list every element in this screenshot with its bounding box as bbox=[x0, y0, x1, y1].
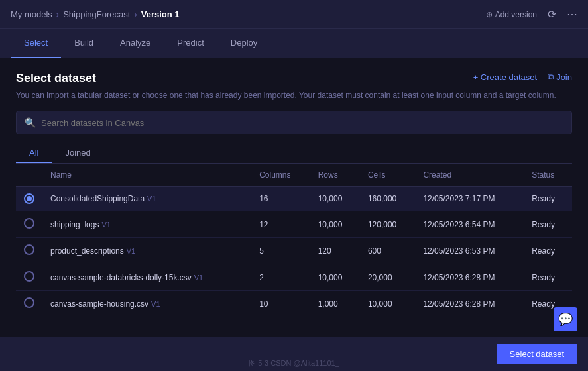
table-row[interactable]: ConsolidatedShippingDataV1 16 10,000 160… bbox=[16, 187, 572, 211]
join-button[interactable]: ⧉ Join bbox=[548, 72, 572, 82]
more-options-icon[interactable]: ⋯ bbox=[567, 8, 577, 21]
radio-button[interactable] bbox=[24, 218, 34, 229]
radio-cell[interactable] bbox=[16, 187, 42, 211]
top-actions: ⊕ Add version ⟳ ⋯ bbox=[486, 8, 577, 21]
dataset-rows: 10,000 bbox=[310, 264, 360, 291]
dataset-name: shipping_logsV1 bbox=[42, 211, 251, 238]
filter-tab-joined[interactable]: Joined bbox=[52, 144, 103, 163]
col-rows: Rows bbox=[310, 164, 360, 187]
dataset-rows: 10,000 bbox=[310, 187, 360, 211]
dataset-created: 12/05/2023 6:53 PM bbox=[415, 238, 524, 264]
radio-cell[interactable] bbox=[16, 238, 42, 264]
dataset-cells: 600 bbox=[360, 238, 416, 264]
add-version-button[interactable]: ⊕ Add version bbox=[486, 10, 537, 19]
filter-tab-all[interactable]: All bbox=[16, 144, 52, 163]
select-dataset-button[interactable]: Select dataset bbox=[497, 344, 577, 364]
dataset-rows: 10,000 bbox=[310, 211, 360, 238]
breadcrumb-sep-1: › bbox=[56, 9, 59, 19]
datasets-table: Name Columns Rows Cells Created Status C… bbox=[16, 164, 572, 317]
dataset-cells: 120,000 bbox=[360, 211, 416, 238]
table-row[interactable]: product_descriptionsV1 5 120 600 12/05/2… bbox=[16, 238, 572, 264]
tab-select[interactable]: Select bbox=[11, 29, 61, 58]
datasets-table-container: Name Columns Rows Cells Created Status C… bbox=[16, 164, 572, 317]
header-actions: + Create dataset ⧉ Join bbox=[473, 72, 572, 82]
dataset-name: product_descriptionsV1 bbox=[42, 238, 251, 264]
dataset-rows: 1,000 bbox=[310, 291, 360, 317]
create-dataset-button[interactable]: + Create dataset bbox=[473, 72, 537, 82]
filter-tabs: All Joined bbox=[16, 144, 572, 164]
col-select bbox=[16, 164, 42, 187]
table-row[interactable]: canvas-sample-databricks-dolly-15k.csvV1… bbox=[16, 264, 572, 291]
dataset-columns: 12 bbox=[251, 211, 310, 238]
dataset-cells: 160,000 bbox=[360, 187, 416, 211]
breadcrumb-sep-2: › bbox=[134, 9, 137, 19]
join-icon: ⧉ bbox=[548, 72, 554, 82]
dataset-created: 12/05/2023 6:28 PM bbox=[415, 291, 524, 317]
tab-analyze[interactable]: Analyze bbox=[107, 29, 164, 58]
version-badge: V1 bbox=[151, 300, 160, 308]
search-icon: 🔍 bbox=[25, 117, 36, 128]
content-header: Select dataset + Create dataset ⧉ Join bbox=[16, 72, 572, 85]
dataset-status: Ready bbox=[524, 264, 572, 291]
version-badge: V1 bbox=[147, 195, 156, 203]
radio-cell[interactable] bbox=[16, 211, 42, 238]
col-status: Status bbox=[524, 164, 572, 187]
tab-predict[interactable]: Predict bbox=[164, 29, 217, 58]
col-cells: Cells bbox=[360, 164, 416, 187]
version-badge: V1 bbox=[127, 247, 135, 255]
dataset-status: Ready bbox=[524, 187, 572, 211]
top-bar: My models › ShippingForecast › Version 1… bbox=[0, 0, 588, 29]
tab-build[interactable]: Build bbox=[61, 29, 107, 58]
radio-button[interactable] bbox=[24, 297, 34, 308]
dataset-created: 12/05/2023 6:28 PM bbox=[415, 264, 524, 291]
history-icon[interactable]: ⟳ bbox=[548, 8, 556, 21]
table-row[interactable]: canvas-sample-housing.csvV1 10 1,000 10,… bbox=[16, 291, 572, 317]
dataset-columns: 10 bbox=[251, 291, 310, 317]
search-bar: 🔍 bbox=[16, 111, 572, 134]
description-text: You can import a tabular dataset or choo… bbox=[16, 89, 572, 101]
breadcrumb: My models › ShippingForecast › Version 1 bbox=[11, 9, 180, 19]
dataset-cells: 10,000 bbox=[360, 291, 416, 317]
breadcrumb-my-models[interactable]: My models bbox=[11, 9, 52, 19]
plus-icon: ⊕ bbox=[486, 10, 493, 19]
dataset-rows: 120 bbox=[310, 238, 360, 264]
dataset-status: Ready bbox=[524, 238, 572, 264]
dataset-cells: 20,000 bbox=[360, 264, 416, 291]
version-badge: V1 bbox=[101, 221, 110, 229]
page-title: Select dataset bbox=[16, 72, 96, 85]
watermark: 图 5-3 CSDN @Alita11101_ bbox=[249, 358, 339, 368]
breadcrumb-version: Version 1 bbox=[141, 9, 180, 19]
dataset-columns: 2 bbox=[251, 264, 310, 291]
col-name: Name bbox=[42, 164, 251, 187]
search-input[interactable] bbox=[41, 118, 563, 128]
dataset-created: 12/05/2023 7:17 PM bbox=[415, 187, 524, 211]
dataset-status: Ready bbox=[524, 211, 572, 238]
breadcrumb-shipping-forecast[interactable]: ShippingForecast bbox=[63, 9, 130, 19]
radio-cell[interactable] bbox=[16, 291, 42, 317]
dataset-columns: 16 bbox=[251, 187, 310, 211]
dataset-name: canvas-sample-housing.csvV1 bbox=[42, 291, 251, 317]
dataset-name: canvas-sample-databricks-dolly-15k.csvV1 bbox=[42, 264, 251, 291]
col-created: Created bbox=[415, 164, 524, 187]
nav-tabs: Select Build Analyze Predict Deploy bbox=[0, 29, 588, 58]
table-header-row: Name Columns Rows Cells Created Status bbox=[16, 164, 572, 187]
main-content: Select dataset + Create dataset ⧉ Join Y… bbox=[0, 58, 588, 337]
radio-button[interactable] bbox=[24, 244, 34, 255]
dataset-created: 12/05/2023 6:54 PM bbox=[415, 211, 524, 238]
dataset-name: ConsolidatedShippingDataV1 bbox=[42, 187, 251, 211]
table-row[interactable]: shipping_logsV1 12 10,000 120,000 12/05/… bbox=[16, 211, 572, 238]
radio-button[interactable] bbox=[24, 193, 34, 204]
version-badge: V1 bbox=[194, 274, 203, 282]
chat-icon[interactable]: 💬 bbox=[554, 307, 577, 331]
radio-button[interactable] bbox=[24, 271, 34, 282]
radio-cell[interactable] bbox=[16, 264, 42, 291]
tab-deploy[interactable]: Deploy bbox=[217, 29, 270, 58]
col-columns: Columns bbox=[251, 164, 310, 187]
dataset-columns: 5 bbox=[251, 238, 310, 264]
